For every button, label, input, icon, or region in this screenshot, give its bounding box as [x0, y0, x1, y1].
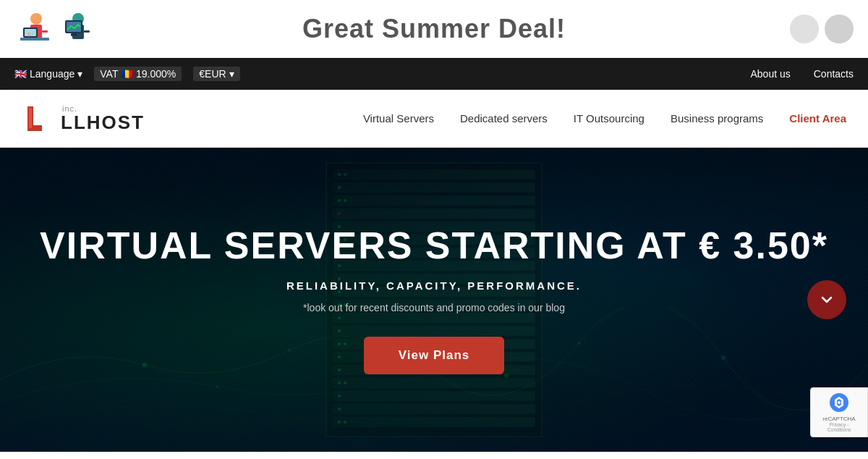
- language-chevron-icon: ▾: [77, 68, 82, 80]
- topnav-right: About us Contacts: [750, 68, 854, 80]
- svg-rect-10: [84, 30, 90, 33]
- svg-point-26: [838, 401, 841, 404]
- svg-rect-13: [71, 33, 77, 36]
- logo-link[interactable]: inc. LLHOST: [22, 101, 145, 137]
- nav-client-area[interactable]: Client Area: [789, 112, 846, 125]
- banner-illustration: $: [14, 6, 101, 53]
- currency-selector[interactable]: €EUR ▾: [193, 67, 239, 81]
- nav-it-outsourcing[interactable]: IT Outsourcing: [574, 112, 644, 125]
- svg-point-23: [216, 385, 218, 388]
- hero-content: VIRTUAL SERVERS STARTING AT € 3.50* RELI…: [11, 225, 857, 374]
- vat-display: VAT 🇷🇴 19.000%: [94, 67, 182, 81]
- svg-rect-4: [20, 38, 49, 41]
- banner: $ Great Summer Deal!: [0, 0, 868, 58]
- banner-title: Great Summer Deal!: [302, 14, 566, 44]
- top-navbar: 🇬🇧 Language ▾ VAT 🇷🇴 19.000% €EUR ▾ Abou…: [0, 58, 868, 90]
- banner-badges: [790, 14, 854, 43]
- logo-llhost: LLHOST: [61, 113, 145, 132]
- language-flag: 🇬🇧: [14, 68, 27, 80]
- contacts-link[interactable]: Contacts: [814, 68, 854, 80]
- vat-flag: 🇷🇴: [121, 68, 136, 80]
- svg-rect-17: [29, 108, 32, 128]
- hero-note: *look out for recent discounts and promo…: [40, 302, 828, 313]
- hero-subtitle: RELIABILITY, CAPACITY, PERFORMANCE.: [40, 279, 828, 292]
- svg-rect-12: [67, 22, 81, 32]
- scroll-down-button[interactable]: [807, 280, 846, 319]
- about-link[interactable]: About us: [750, 68, 790, 80]
- recaptcha-sublabel: Privacy - Conditions: [817, 422, 861, 432]
- currency-chevron-icon: ▾: [229, 68, 234, 80]
- vat-value: 19.000%: [136, 68, 176, 80]
- logo-text: inc. LLHOST: [61, 105, 145, 132]
- vat-label: VAT: [100, 68, 118, 80]
- language-selector[interactable]: 🇬🇧 Language ▾: [14, 68, 82, 80]
- currency-label: €EUR: [199, 68, 226, 80]
- language-label: Language: [30, 68, 75, 80]
- svg-text:$: $: [27, 31, 31, 38]
- topnav-left: 🇬🇧 Language ▾ VAT 🇷🇴 19.000% €EUR ▾: [14, 67, 240, 81]
- recaptcha-logo-icon: [829, 392, 849, 413]
- logo-icon: [22, 101, 58, 137]
- nav-virtual-servers[interactable]: Virtual Servers: [363, 112, 434, 125]
- view-plans-button[interactable]: View Plans: [364, 337, 505, 374]
- nav-business-programs[interactable]: Business programs: [671, 112, 763, 125]
- hero-title: VIRTUAL SERVERS STARTING AT € 3.50*: [40, 225, 828, 266]
- recaptcha-badge: reCAPTCHA Privacy - Conditions: [810, 387, 868, 437]
- nav-dedicated-servers[interactable]: Dedicated servers: [460, 112, 548, 125]
- main-nav-links: Virtual Servers Dedicated servers IT Out…: [363, 112, 846, 125]
- chevron-down-icon: [818, 291, 835, 308]
- svg-point-0: [30, 13, 42, 25]
- hero-section: VIRTUAL SERVERS STARTING AT € 3.50* RELI…: [0, 148, 868, 452]
- recaptcha-label: reCAPTCHA: [817, 416, 861, 422]
- main-navbar: inc. LLHOST Virtual Servers Dedicated se…: [0, 90, 868, 148]
- svg-rect-3: [42, 30, 48, 33]
